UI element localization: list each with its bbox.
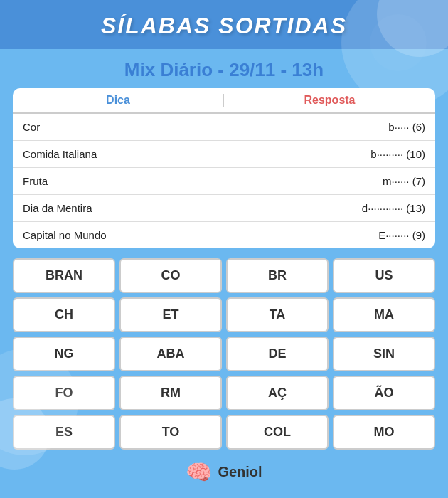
syllable-grid: BRANCOBRUSCHETTAMANGABADESINFORMAÇÃOESTO… xyxy=(13,258,435,450)
syllable-cell[interactable]: RM xyxy=(119,376,222,410)
dica-cell: Comida Italiana xyxy=(23,148,224,160)
table-row: Cor b····· (6) xyxy=(13,114,435,141)
syllable-cell[interactable]: NG xyxy=(13,337,115,371)
syllable-cell[interactable]: ABA xyxy=(119,337,222,371)
resposta-cell: E········ (9) xyxy=(224,229,425,241)
syllable-cell[interactable]: MA xyxy=(333,297,435,332)
dica-cell: Capital no Mundo xyxy=(23,229,224,241)
table-row: Comida Italiana b········· (10) xyxy=(13,141,435,168)
syllable-cell[interactable]: MO xyxy=(333,415,435,450)
syllable-cell[interactable]: COL xyxy=(226,415,329,450)
dica-cell: Fruta xyxy=(23,175,224,187)
syllable-cell[interactable]: ET xyxy=(119,297,222,332)
table-header: Dica Resposta xyxy=(13,88,435,114)
syllable-cell[interactable]: DE xyxy=(226,337,329,371)
resposta-cell: b········· (10) xyxy=(224,148,425,160)
subtitle: Mix Diário - 29/11 - 13h xyxy=(117,49,331,88)
table-body: Cor b····· (6) Comida Italiana b········… xyxy=(13,114,435,248)
table-row: Dia da Mentira d············ (13) xyxy=(13,195,435,222)
header: SÍLABAS SORTIDAS xyxy=(0,0,448,49)
main-table-card: Dica Resposta Cor b····· (6) Comida Ital… xyxy=(13,88,435,248)
resposta-cell: m······ (7) xyxy=(224,175,425,187)
footer: 🧠 Geniol xyxy=(186,455,262,490)
syllable-cell[interactable]: SIN xyxy=(333,337,435,371)
syllable-cell[interactable]: TO xyxy=(119,415,222,450)
col-resposta-header: Resposta xyxy=(224,94,435,107)
syllable-cell[interactable]: FO xyxy=(13,376,115,410)
syllable-cell[interactable]: ÃO xyxy=(333,376,435,410)
dica-cell: Cor xyxy=(23,121,224,133)
syllable-cell[interactable]: CO xyxy=(119,258,222,293)
brain-icon: 🧠 xyxy=(186,460,212,484)
syllable-cell[interactable]: BRAN xyxy=(13,258,115,293)
table-row: Fruta m······ (7) xyxy=(13,168,435,195)
syllable-cell[interactable]: ES xyxy=(13,415,115,450)
col-dica-header: Dica xyxy=(13,94,224,107)
syllable-cell[interactable]: TA xyxy=(226,297,329,332)
header-title: SÍLABAS SORTIDAS xyxy=(7,13,441,39)
brand-label: Geniol xyxy=(218,464,262,480)
table-row: Capital no Mundo E········ (9) xyxy=(13,222,435,248)
syllable-cell[interactable]: BR xyxy=(226,258,329,293)
resposta-cell: d············ (13) xyxy=(224,202,425,214)
dica-cell: Dia da Mentira xyxy=(23,202,224,214)
resposta-cell: b····· (6) xyxy=(224,121,425,133)
syllable-cell[interactable]: AÇ xyxy=(226,376,329,410)
syllable-cell[interactable]: US xyxy=(333,258,435,293)
syllable-cell[interactable]: CH xyxy=(13,297,115,332)
